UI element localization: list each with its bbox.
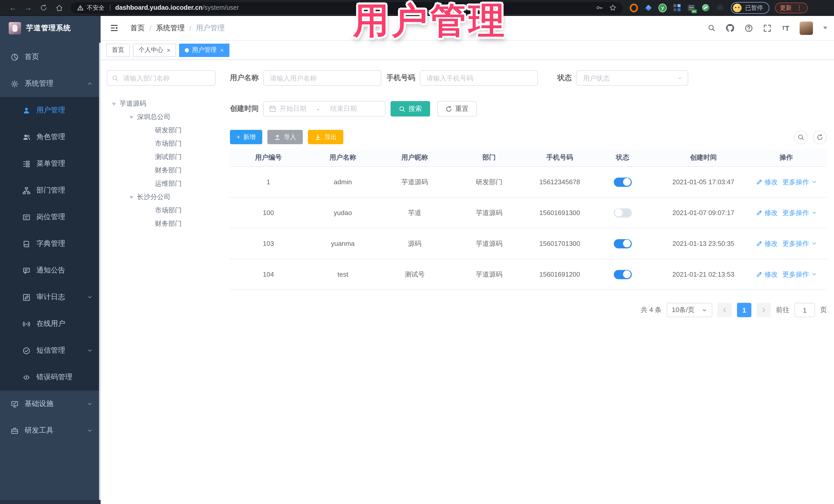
bookmark-star-icon[interactable] (609, 4, 616, 11)
chevron-down-icon (677, 75, 683, 81)
page-size-select[interactable]: 10条/页 (667, 303, 712, 317)
prev-page-button[interactable] (718, 303, 732, 317)
tree-node[interactable]: 市场部门 (107, 137, 222, 150)
username-input[interactable] (269, 74, 376, 82)
tree-node[interactable]: 研发部门 (107, 124, 222, 137)
sidebar-item-infra[interactable]: 基础设施 (0, 391, 101, 417)
export-button[interactable]: 导出 (308, 130, 343, 144)
tab-用户管理[interactable]: 用户管理× (179, 43, 229, 57)
refresh-table-button[interactable] (813, 130, 827, 144)
tab-close-icon[interactable]: × (220, 46, 224, 53)
user-avatar[interactable] (799, 21, 813, 35)
tree-node[interactable]: 深圳总公司 (107, 110, 222, 124)
status-select[interactable] (576, 70, 688, 86)
sidebar-menu: 首页系统管理用户管理角色管理菜单管理部门管理岗位管理字典管理通知公告审计日志在线… (0, 40, 101, 444)
tab-close-icon[interactable]: × (167, 46, 170, 53)
sidebar-item-devtool[interactable]: 研发工具 (0, 417, 101, 444)
extension-y-icon[interactable]: y (658, 4, 667, 12)
reset-button[interactable]: 重置 (437, 101, 477, 116)
sidebar-item-dashboard[interactable]: 首页 (0, 44, 101, 70)
dept-search-input[interactable] (122, 74, 211, 82)
browser-menu-kebab-icon[interactable]: ⋮ (796, 5, 803, 11)
sidebar-fold-icon[interactable] (110, 24, 118, 32)
tree-expand-caret-icon[interactable] (129, 196, 133, 201)
goto-page-input[interactable] (794, 303, 815, 317)
sidebar-scrollbar[interactable] (99, 43, 101, 500)
status-toggle[interactable] (614, 208, 632, 217)
edit-link[interactable]: 修改 (756, 270, 778, 279)
help-icon[interactable] (745, 24, 753, 32)
status-toggle[interactable] (614, 239, 632, 248)
more-actions-link[interactable]: 更多操作 (783, 208, 817, 217)
column-header: 用户名称 (307, 153, 379, 162)
edit-link[interactable]: 修改 (756, 177, 778, 187)
status-toggle[interactable] (614, 177, 632, 187)
tree-node[interactable]: 测试部门 (107, 150, 222, 164)
tree-expand-caret-icon[interactable] (112, 103, 116, 108)
tree-node[interactable]: 市场部门 (107, 204, 222, 217)
password-key-icon[interactable] (596, 4, 603, 11)
tree-node[interactable]: 长沙分公司 (107, 191, 222, 204)
address-bar[interactable]: 不安全 dashboard.yudao.iocoder.cn /system/u… (71, 2, 622, 14)
browser-toolbar: ← → 不安全 dashboard.yudao.iocoder.cn /syst… (0, 0, 834, 16)
extension-orange-icon[interactable] (630, 4, 638, 12)
sidebar-item-errcode[interactable]: 错误码管理 (0, 364, 101, 391)
sidebar-item-notice[interactable]: 通知公告 (0, 257, 101, 284)
more-actions-link[interactable]: 更多操作 (783, 270, 817, 279)
tree-expand-caret-icon[interactable] (129, 116, 133, 121)
more-actions-link[interactable]: 更多操作 (783, 239, 817, 248)
back-icon[interactable]: ← (8, 3, 18, 12)
sidebar-item-role[interactable]: 角色管理 (0, 124, 101, 150)
sidebar-item-audit[interactable]: 审计日志 (0, 284, 101, 310)
tree-node[interactable]: 财务部门 (107, 164, 222, 177)
search-button[interactable]: 搜索 (391, 101, 430, 116)
sidebar-item-menu[interactable]: 菜单管理 (0, 150, 101, 177)
sidebar-item-gear[interactable]: 系统管理 (0, 70, 101, 97)
next-page-button[interactable] (756, 303, 771, 317)
sidebar-item-user[interactable]: 用户管理 (0, 97, 101, 124)
sidebar-item-sms[interactable]: 短信管理 (0, 337, 101, 364)
sidebar-item-dept[interactable]: 部门管理 (0, 177, 101, 204)
forward-icon[interactable]: → (24, 3, 33, 12)
breadcrumb-home[interactable]: 首页 (130, 23, 145, 32)
tree-node[interactable]: 财务部门 (107, 217, 222, 231)
avatar-caret-icon[interactable] (823, 27, 827, 31)
tab-首页[interactable]: 首页 (106, 43, 130, 57)
tree-node[interactable]: 芋道源码 (107, 97, 222, 110)
browser-update-button[interactable]: 更新 ⋮ (775, 2, 808, 13)
mobile-input[interactable] (425, 74, 532, 82)
more-actions-link[interactable]: 更多操作 (783, 177, 817, 187)
breadcrumb-system[interactable]: 系统管理 (156, 23, 185, 32)
home-icon[interactable] (54, 3, 64, 12)
toggle-search-button[interactable] (794, 130, 808, 144)
sidebar-item-post[interactable]: 岗位管理 (0, 204, 101, 231)
tree-node[interactable]: 运维部门 (107, 177, 222, 191)
add-button[interactable]: + 新增 (230, 130, 262, 144)
search-icon[interactable] (708, 24, 716, 32)
status-select-input[interactable] (582, 74, 673, 82)
date-range-picker[interactable]: 开始日期 - 结束日期 (263, 101, 386, 116)
browser-profile-chip[interactable]: 已暂停 (731, 2, 769, 14)
import-button[interactable]: 导入 (267, 130, 303, 144)
tab-个人中心[interactable]: 个人中心× (133, 43, 176, 57)
extensions-puzzle-icon[interactable] (716, 4, 724, 12)
sidebar-item-online[interactable]: 在线用户 (0, 310, 101, 337)
status-toggle[interactable] (614, 270, 632, 279)
sidebar-logo[interactable]: 芋道管理系统 (0, 16, 101, 40)
extension-grid-icon[interactable] (673, 4, 681, 12)
edit-link[interactable]: 修改 (756, 239, 778, 248)
edit-link[interactable]: 修改 (756, 208, 778, 217)
sidebar-item-label: 用户管理 (37, 106, 65, 115)
column-header: 用户昵称 (379, 153, 451, 162)
security-badge[interactable]: 不安全 (77, 4, 105, 12)
fullscreen-icon[interactable] (764, 24, 772, 32)
font-size-icon[interactable]: TT (782, 24, 789, 32)
extension-on-icon[interactable]: on (687, 4, 696, 12)
extension-leaf-icon[interactable] (702, 4, 710, 12)
sidebar-item-dict[interactable]: 字典管理 (0, 231, 101, 257)
extension-gem-icon[interactable] (644, 4, 652, 12)
dept-search-box[interactable] (107, 70, 216, 86)
github-icon[interactable] (726, 24, 735, 32)
current-page-button[interactable]: 1 (737, 303, 751, 317)
reload-icon[interactable] (39, 3, 48, 12)
